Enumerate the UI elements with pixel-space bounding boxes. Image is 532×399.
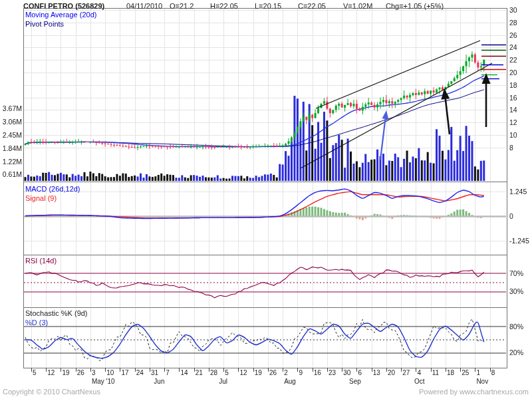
powered-by-link[interactable]: Powered by www.chartnexus.com [419, 388, 529, 396]
price-axis-label: 26 [509, 31, 517, 39]
date-tick-label: 27 [402, 369, 410, 376]
price-axis-label: 10 [509, 131, 517, 139]
legend-rsi: RSI (14d) [25, 257, 57, 265]
quote-high: H=22.05 [210, 2, 238, 10]
quote-change: Chg=+1.05 (+5%) [386, 2, 444, 10]
date-tick-label: 19 [255, 369, 262, 376]
date-tick-label: 17 [121, 369, 128, 376]
month-label: Nov [476, 378, 488, 385]
date-tick-label: 12 [47, 369, 55, 376]
price-axis-label: 16 [509, 94, 517, 102]
price-axis-label: 18 [509, 81, 517, 89]
symbol-name: CONFI PETRO (526829) [23, 2, 104, 10]
month-label: May '10 [92, 378, 115, 385]
month-label: Oct [414, 378, 425, 385]
date-tick-label: 9 [299, 369, 303, 376]
date-tick-label: 24 [136, 369, 144, 376]
date-tick-label: 10 [106, 369, 114, 376]
date-tick-label: 26 [269, 369, 277, 376]
date-tick-label: 31 [151, 369, 158, 376]
month-label: Sep [349, 378, 361, 385]
month-label: Jun [154, 378, 164, 385]
date-tick-label: 8 [491, 369, 495, 376]
price-axis-label: 12 [509, 118, 517, 126]
quote-volume: V=1.02M [343, 2, 372, 10]
date-tick-label: 16 [314, 369, 321, 376]
volume-axis-label: 0.61M [1, 170, 22, 178]
chartnexus-app: CONFI PETRO (526829) 04/11/2010 O=21.2 H… [0, 0, 532, 399]
date-tick-label: 7 [166, 369, 170, 376]
volume-axis-label: 1.84M [1, 144, 22, 152]
macd-axis-label: -1.245 [509, 237, 529, 245]
month-label: Aug [284, 378, 296, 385]
date-tick-label: 20 [388, 369, 395, 376]
date-tick-label: 23 [329, 369, 336, 376]
macd-axis-label: 0 [509, 212, 513, 220]
quote-close: C=22.05 [298, 2, 326, 10]
volume-axis-label: 1.22M [1, 158, 22, 166]
date-tick-label: 21 [196, 369, 203, 376]
date-tick-label: 3 [92, 369, 96, 376]
quote-header: CONFI PETRO (526829) 04/11/2010 O=21.2 H… [0, 1, 532, 11]
volume-axis-label: 2.45M [1, 131, 22, 139]
date-tick-label: 1 [476, 369, 480, 376]
price-axis-label: 30 [509, 6, 517, 14]
date-tick-label: 5 [225, 369, 229, 376]
date-tick-label: 4 [417, 369, 421, 376]
quote-open: O=21.2 [170, 2, 194, 10]
volume-axis-label: 3.67M [1, 104, 22, 112]
date-tick-label: 19 [62, 369, 69, 376]
date-tick-label: 30 [343, 369, 350, 376]
date-tick-label: 12 [239, 369, 247, 376]
price-axis-label: 24 [509, 43, 517, 51]
stock-chart-canvas[interactable] [0, 0, 532, 399]
rsi-axis-label: 70% [509, 269, 523, 277]
price-axis-label: 22 [509, 56, 517, 64]
price-axis-label: 28 [509, 19, 517, 27]
legend-stochastic-k: Stochastic %K (9d) [25, 309, 88, 317]
price-axis-label: 14 [509, 106, 517, 114]
legend-pivot-points: Pivot Points [25, 20, 64, 28]
volume-axis-label: 3.06M [1, 118, 22, 126]
date-tick-label: 5 [33, 369, 37, 376]
month-label: Jul [219, 378, 227, 385]
date-tick-label: 13 [373, 369, 380, 376]
price-axis-label: 20 [509, 68, 517, 76]
date-tick-label: 6 [358, 369, 362, 376]
stoch-axis-label: 80% [509, 323, 523, 331]
legend-signal: Signal (9) [25, 194, 57, 202]
quote-low: L=20.15 [255, 2, 281, 10]
quote-date: 04/11/2010 [126, 2, 162, 10]
copyright-text: Copyright © 2010 ChartNexus [3, 388, 100, 396]
date-tick-label: 28 [210, 369, 217, 376]
legend-moving-average: Moving Average (20d) [25, 11, 96, 19]
macd-axis-label: 1.245 [509, 188, 527, 196]
date-tick-label: 2 [284, 369, 288, 376]
stoch-axis-label: 20% [509, 348, 523, 356]
price-axis-label: 8 [509, 144, 513, 152]
legend-stochastic-d: %D (3) [25, 319, 48, 327]
date-tick-label: 18 [447, 369, 454, 376]
date-tick-label: 26 [77, 369, 84, 376]
date-tick-label: 14 [180, 369, 188, 376]
date-tick-label: 25 [462, 369, 469, 376]
date-tick-label: 11 [432, 369, 439, 376]
rsi-axis-label: 30% [509, 287, 523, 295]
legend-macd: MACD (26d,12d) [25, 185, 80, 193]
